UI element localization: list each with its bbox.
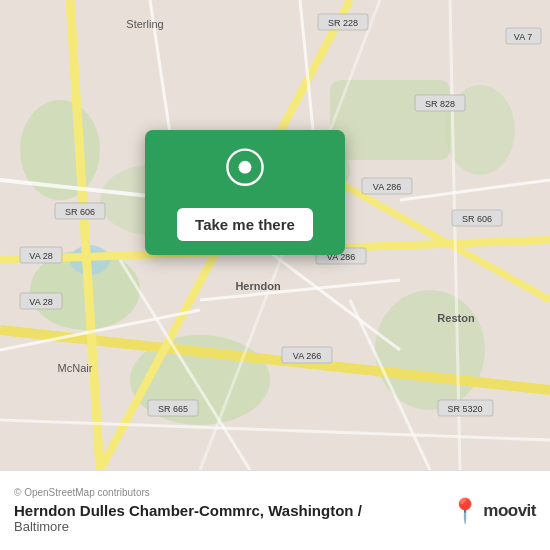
svg-text:SR 665: SR 665 [158,404,188,414]
map-container: SR 228 VA 7 SR 828 SR 606 VA 286 VA 28 V… [0,0,550,470]
svg-text:SR 5320: SR 5320 [447,404,482,414]
bottom-bar: © OpenStreetMap contributors Herndon Dul… [0,470,550,550]
svg-text:VA 286: VA 286 [373,182,401,192]
svg-point-57 [239,161,252,174]
svg-text:SR 228: SR 228 [328,18,358,28]
moovit-text: moovit [483,501,536,521]
svg-text:Herndon: Herndon [235,280,281,292]
svg-text:SR 606: SR 606 [65,207,95,217]
moovit-logo: 📍 moovit [450,497,536,525]
svg-rect-4 [330,80,450,160]
svg-text:SR 606: SR 606 [462,214,492,224]
svg-text:Sterling: Sterling [126,18,163,30]
svg-text:VA 28: VA 28 [29,297,52,307]
svg-point-5 [375,290,485,410]
svg-text:VA 7: VA 7 [514,32,532,42]
take-me-there-button[interactable]: Take me there [177,208,313,241]
svg-text:SR 828: SR 828 [425,99,455,109]
svg-text:VA 28: VA 28 [29,251,52,261]
location-card: Take me there [145,130,345,255]
svg-text:VA 266: VA 266 [293,351,321,361]
svg-text:Reston: Reston [437,312,475,324]
moovit-icon: 📍 [450,497,480,525]
location-pin-icon [221,148,269,196]
svg-text:McNair: McNair [58,362,93,374]
